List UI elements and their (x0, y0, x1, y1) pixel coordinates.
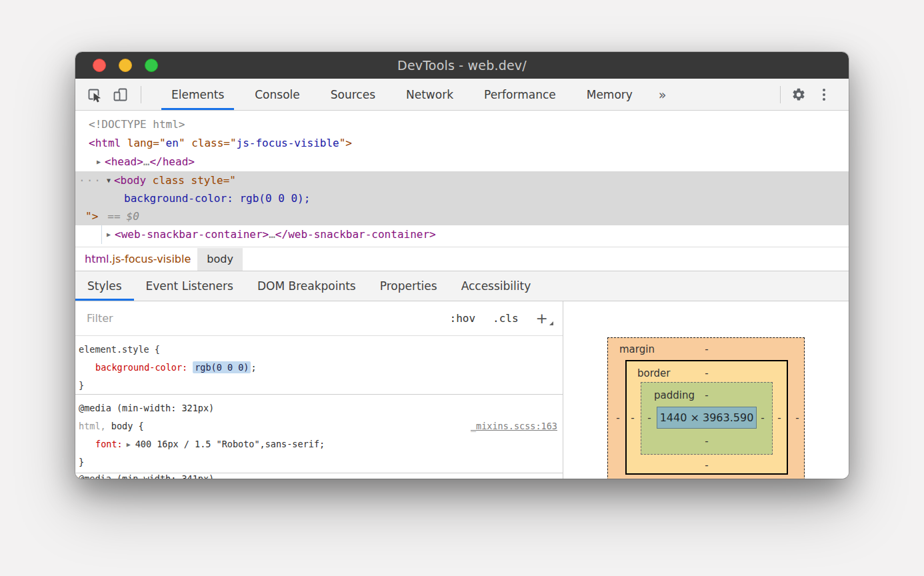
sidebar-tab-dom-breakpoints[interactable]: DOM Breakpoints (245, 271, 368, 301)
collapse-arrow-icon[interactable]: ▼ (107, 171, 111, 189)
panel-tabs: Elements Console Sources Network Perform… (156, 79, 648, 110)
style-rule-media-321: @media (min-width: 321px) _mixins.scss:1… (75, 395, 563, 473)
rule-selector[interactable]: element.style { (79, 344, 160, 355)
padding-top-value[interactable]: - (703, 389, 711, 402)
new-style-rule-button[interactable]: + (536, 310, 551, 327)
kebab-menu-icon (814, 89, 834, 101)
breadcrumb-item-body[interactable]: body (197, 248, 243, 271)
console-reference: $0 (127, 210, 139, 223)
element-classes-button[interactable]: .cls (493, 312, 519, 325)
box-model-content[interactable]: 1440 × 3963.590 (657, 407, 757, 429)
long-press-corner-icon (549, 321, 553, 325)
inline-style-value: background-color: rgb(0 0 0); (124, 192, 310, 205)
hidden-elements-dots[interactable]: ··· (79, 174, 102, 187)
tab-elements[interactable]: Elements (156, 79, 239, 110)
property-value-highlighted[interactable]: rgb(0 0 0) (193, 361, 251, 373)
inspect-icon (86, 86, 103, 103)
styles-split-view: Filter :hov .cls + element.style { backg… (75, 301, 849, 479)
toolbar-divider (141, 86, 141, 103)
main-menu-button[interactable] (813, 83, 835, 106)
zoom-window-button[interactable] (145, 59, 158, 72)
styles-filter-row: Filter :hov .cls + (75, 301, 563, 336)
styles-pane-buttons: :hov .cls + (450, 310, 551, 327)
dom-node-head[interactable]: ▶<head>…</head> (75, 153, 849, 171)
toolbar-right-controls (773, 83, 849, 106)
margin-label: margin (619, 343, 655, 356)
sidebar-tab-styles[interactable]: Styles (75, 271, 134, 301)
property-name[interactable]: font: (95, 439, 123, 449)
stylesheet-source-link[interactable]: _mixins.scss:163 (471, 417, 557, 435)
tab-sources[interactable]: Sources (315, 79, 391, 110)
traffic-lights (93, 59, 158, 72)
sidebar-tab-accessibility[interactable]: Accessibility (449, 271, 543, 301)
toolbar-divider (780, 86, 781, 103)
titlebar: DevTools - web.dev/ (75, 52, 849, 79)
property-value[interactable]: 400 16px / 1.5 "Roboto",sans-serif; (135, 439, 325, 449)
expand-property-arrow-icon[interactable]: ▶ (127, 435, 131, 453)
sidebar-tab-strip: Styles Event Listeners DOM Breakpoints P… (75, 271, 849, 301)
border-top-value[interactable]: - (703, 367, 711, 380)
rule-selector-unmatched: html, (79, 421, 106, 431)
dom-tree: <!DOCTYPE html> <html lang="en" class="j… (75, 111, 849, 247)
more-tabs-chevron[interactable]: » (659, 87, 667, 102)
margin-left-value[interactable]: - (614, 411, 622, 425)
media-query: @media (min-width: 321px) (79, 403, 214, 413)
tab-performance[interactable]: Performance (469, 79, 571, 110)
expand-arrow-icon[interactable]: ▶ (97, 153, 101, 171)
tab-network[interactable]: Network (391, 79, 469, 110)
main-toolbar: Elements Console Sources Network Perform… (75, 79, 849, 111)
padding-left-value[interactable]: - (645, 411, 653, 425)
settings-button[interactable] (787, 83, 810, 106)
gear-icon (791, 87, 806, 102)
border-bottom-value[interactable]: - (703, 459, 711, 472)
dom-node-doctype[interactable]: <!DOCTYPE html> (75, 115, 849, 134)
property-name[interactable]: background-color: (95, 362, 187, 373)
padding-right-value[interactable]: - (759, 411, 767, 425)
rule-selector[interactable]: body { (106, 421, 144, 431)
devtools-window: DevTools - web.dev/ Elements Console Sou… (75, 52, 849, 479)
margin-right-value[interactable]: - (793, 411, 801, 425)
border-right-value[interactable]: - (775, 411, 783, 425)
expand-arrow-icon[interactable]: ▶ (107, 225, 111, 244)
margin-top-value[interactable]: - (703, 343, 711, 356)
box-model-pane: 1440 × 3963.590 margin border padding - … (563, 301, 849, 479)
device-toolbar-icon (111, 86, 129, 103)
inspect-element-button[interactable] (83, 83, 106, 106)
sidebar-tab-event-listeners[interactable]: Event Listeners (134, 271, 245, 301)
minimize-window-button[interactable] (119, 59, 132, 72)
padding-bottom-value[interactable]: - (703, 435, 711, 448)
breadcrumb-item-html[interactable]: html.js-focus-visible (82, 248, 193, 271)
styles-pane: Filter :hov .cls + element.style { backg… (75, 301, 563, 479)
border-label: border (637, 367, 671, 380)
close-window-button[interactable] (93, 59, 106, 72)
window-title: DevTools - web.dev/ (397, 58, 527, 73)
dom-node-body-selected[interactable]: ···▼<body class style=" background-color… (75, 171, 849, 225)
indent-guideline (101, 225, 102, 244)
sidebar-tab-properties[interactable]: Properties (368, 271, 449, 301)
breadcrumb: html.js-focus-visible body (75, 247, 849, 271)
tab-console[interactable]: Console (239, 79, 315, 110)
styles-filter-input[interactable]: Filter (75, 312, 450, 325)
dom-node-html[interactable]: <html lang="en" class="js-focus-visible"… (75, 134, 849, 153)
style-rule-media-341-clipped: @media (min-width: 341px) (75, 473, 563, 479)
tab-memory[interactable]: Memory (571, 79, 648, 110)
border-left-value[interactable]: - (629, 411, 637, 425)
dom-node-web-snackbar-container[interactable]: ▶<web-snackbar-container>…</web-snackbar… (75, 225, 849, 244)
toggle-element-state-button[interactable]: :hov (450, 312, 476, 325)
toggle-device-toolbar-button[interactable] (109, 83, 131, 106)
style-rule-element-style: element.style { background-color:rgb(0 0… (75, 336, 563, 395)
padding-label: padding (654, 389, 695, 402)
